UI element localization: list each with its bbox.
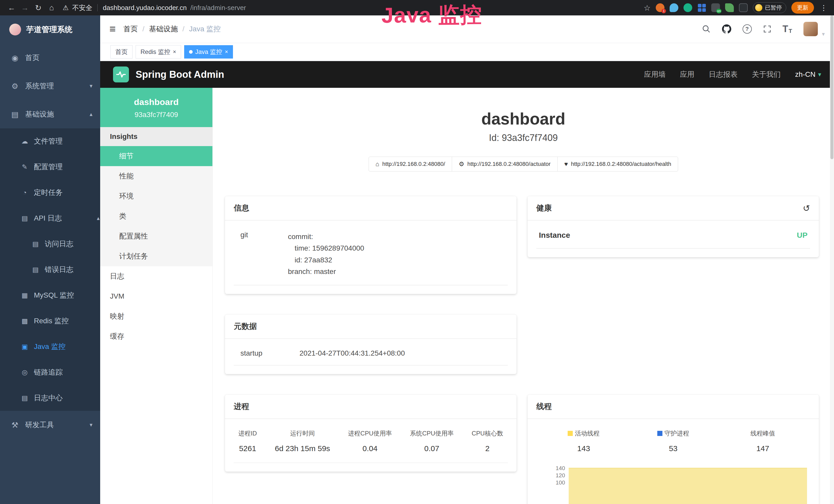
search-icon[interactable] bbox=[702, 25, 711, 33]
sba-item-mappings[interactable]: 映射 bbox=[100, 306, 213, 326]
sba-item-caches[interactable]: 缓存 bbox=[100, 326, 213, 346]
card-title: 元数据 bbox=[234, 321, 257, 332]
sba-instance-header[interactable]: dashboard 93a3fc7f7409 bbox=[100, 88, 213, 127]
browser-back-icon[interactable]: ← bbox=[6, 3, 18, 12]
sidebar-item-log-center[interactable]: ▤ 日志中心 bbox=[0, 385, 100, 411]
annotation-java-monitor: Java 监控 bbox=[381, 0, 482, 30]
github-icon[interactable] bbox=[722, 24, 731, 33]
close-icon[interactable]: × bbox=[225, 48, 228, 55]
heartbeat-icon: ♥ bbox=[564, 160, 568, 168]
stat-process-cpu: 进程CPU使用率 0.04 bbox=[348, 429, 392, 453]
extension-icon-6[interactable] bbox=[725, 3, 734, 12]
sidebar-item-trace[interactable]: ◎ 链路追踪 bbox=[0, 360, 100, 385]
sidebar-item-label: Java 监控 bbox=[34, 342, 66, 351]
browser-home-icon[interactable]: ⌂ bbox=[46, 3, 58, 12]
tab-label: Java 监控 bbox=[195, 48, 222, 56]
sidebar-item-java-monitor[interactable]: ▣ Java 监控 bbox=[0, 334, 100, 360]
app-title: 芋道管理系统 bbox=[26, 24, 72, 35]
sidebar-item-mysql-monitor[interactable]: ▦ MySQL 监控 bbox=[0, 282, 100, 308]
legend-value: 53 bbox=[629, 444, 718, 453]
sba-logo-icon[interactable] bbox=[113, 67, 129, 83]
sidebar-item-label: 错误日志 bbox=[45, 265, 73, 274]
info-line: time: 1596289704000 bbox=[288, 243, 364, 254]
sba-item-config-props[interactable]: 配置属性 bbox=[100, 226, 213, 246]
tab-home[interactable]: 首页 bbox=[110, 45, 133, 59]
tab-label: 首页 bbox=[115, 48, 128, 56]
sba-item-details[interactable]: 细节 bbox=[100, 146, 213, 166]
profile-paused-chip[interactable]: 已暂停 bbox=[753, 2, 786, 13]
extension-icon-2[interactable] bbox=[670, 3, 678, 12]
help-icon[interactable]: ? bbox=[743, 24, 752, 33]
extension-icon-7[interactable] bbox=[739, 3, 748, 12]
sba-item-metrics[interactable]: 性能 bbox=[100, 166, 213, 186]
service-url-button[interactable]: ⌂ http://192.168.0.2:48080/ bbox=[369, 157, 452, 171]
sidebar-item-file-manage[interactable]: ☁ 文件管理 bbox=[0, 129, 100, 154]
extension-badge: 1 bbox=[661, 9, 666, 13]
user-avatar[interactable] bbox=[804, 22, 818, 36]
browser-reload-icon[interactable]: ↻ bbox=[32, 3, 44, 12]
stat-label: 进程ID bbox=[238, 429, 257, 437]
card-info-body: git commit: time: 1596289704000 id: 27aa… bbox=[225, 221, 517, 294]
page-subtitle: Id: 93a3fc7f7409 bbox=[213, 133, 834, 143]
sidebar-item-error-log[interactable]: ▤ 错误日志 bbox=[0, 257, 100, 282]
browser-update-button[interactable]: 更新 bbox=[791, 2, 814, 14]
sidebar-item-label: Redis 监控 bbox=[34, 316, 69, 326]
sba-main: dashboard Id: 93a3fc7f7409 ⌂ http://192.… bbox=[213, 88, 834, 504]
hamburger-icon[interactable]: ≡ bbox=[109, 24, 116, 35]
tab-redis-monitor[interactable]: Redis 监控 × bbox=[136, 45, 181, 59]
extension-icon-1[interactable]: 1 bbox=[656, 3, 664, 12]
sidebar-item-label: 首页 bbox=[25, 53, 40, 63]
sidebar-item-scheduled-jobs[interactable]: ◔ 定时任务 bbox=[0, 180, 100, 205]
sba-item-classes[interactable]: 类 bbox=[100, 206, 213, 226]
sidebar-item-system[interactable]: ⚙ 系统管理 ▾ bbox=[0, 72, 100, 100]
app-logo-row[interactable]: 芋道管理系统 bbox=[0, 16, 100, 44]
sidebar-item-home[interactable]: ◉ 首页 bbox=[0, 44, 100, 72]
sidebar-item-label: 链路追踪 bbox=[34, 367, 63, 377]
tab-label: Redis 监控 bbox=[140, 48, 170, 56]
service-url: http://192.168.0.2:48080/ bbox=[382, 161, 445, 167]
sidebar-item-api-log[interactable]: ▤ API 日志 ▴ bbox=[0, 205, 100, 231]
tab-java-monitor[interactable]: Java 监控 × bbox=[184, 45, 233, 59]
bookmark-star-icon[interactable]: ☆ bbox=[644, 3, 651, 12]
breadcrumb-home[interactable]: 首页 bbox=[124, 24, 138, 34]
avatar-caret-icon[interactable]: ▾ bbox=[822, 31, 825, 38]
actuator-url-button[interactable]: ⚙ http://192.168.0.2:48080/actuator bbox=[452, 157, 557, 171]
wrench-icon: ⚙ bbox=[459, 160, 464, 168]
sidebar-item-dev-tools[interactable]: ⚒ 研发工具 ▾ bbox=[0, 411, 100, 439]
breadcrumb-infra[interactable]: 基础设施 bbox=[149, 24, 178, 34]
sba-item-environment[interactable]: 环境 bbox=[100, 186, 213, 206]
active-tab-dot bbox=[189, 50, 193, 54]
sidebar-item-access-log[interactable]: ▤ 访问日志 bbox=[0, 231, 100, 257]
chevron-down-icon: ▾ bbox=[90, 83, 92, 89]
card-health: 健康 ↺ Instance UP bbox=[528, 196, 819, 257]
font-size-icon[interactable]: TT bbox=[783, 24, 792, 35]
legend-swatch-yellow bbox=[568, 431, 573, 436]
sidebar-item-label: API 日志 bbox=[34, 213, 62, 223]
sba-locale-select[interactable]: zh-CN ▾ bbox=[795, 70, 821, 78]
scrollbar-thumb[interactable] bbox=[830, 16, 833, 159]
sba-nav-journal[interactable]: 日志报表 bbox=[709, 70, 738, 79]
close-icon[interactable]: × bbox=[173, 48, 176, 55]
sba-item-logs[interactable]: 日志 bbox=[100, 266, 213, 286]
browser-menu-icon[interactable]: ⋮ bbox=[819, 4, 828, 12]
browser-forward-icon[interactable]: → bbox=[19, 3, 31, 12]
sidebar-item-config-manage[interactable]: ✎ 配置管理 bbox=[0, 154, 100, 180]
sba-nav-wallboard[interactable]: 应用墙 bbox=[644, 70, 666, 79]
extension-icon-3[interactable] bbox=[683, 3, 692, 12]
sidebar-item-infra[interactable]: ▤ 基础设施 ▴ bbox=[0, 100, 100, 129]
health-url-button[interactable]: ♥ http://192.168.0.2:48080/actuator/heal… bbox=[557, 157, 678, 171]
extension-icon-5[interactable]: on bbox=[711, 3, 720, 12]
history-icon[interactable]: ↺ bbox=[803, 203, 810, 213]
sba-nav-about[interactable]: 关于我们 bbox=[752, 70, 781, 79]
card-process-body: 进程ID 5261 运行时间 6d 23h 15m 59s 进程CPU使用率 bbox=[225, 419, 517, 472]
info-line: commit: bbox=[288, 231, 364, 243]
instance-links: ⌂ http://192.168.0.2:48080/ ⚙ http://192… bbox=[213, 157, 834, 171]
sba-item-scheduled-tasks[interactable]: 计划任务 bbox=[100, 246, 213, 266]
sidebar-item-redis-monitor[interactable]: ▩ Redis 监控 bbox=[0, 308, 100, 334]
address-bar[interactable]: ⚠ 不安全 dashboard.yudao.iocoder.cn/infra/a… bbox=[63, 3, 642, 12]
sba-item-jvm[interactable]: JVM bbox=[100, 286, 213, 306]
sba-nav-applications[interactable]: 应用 bbox=[680, 70, 695, 79]
fullscreen-icon[interactable] bbox=[763, 25, 771, 33]
extension-icon-4[interactable] bbox=[697, 3, 706, 12]
info-line: branch: master bbox=[288, 266, 364, 277]
